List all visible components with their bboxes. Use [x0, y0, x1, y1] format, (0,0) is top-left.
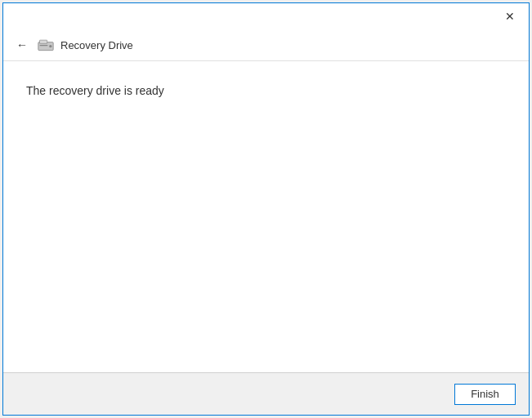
svg-point-2 [49, 45, 51, 47]
ready-message: The recovery drive is ready [26, 84, 506, 97]
drive-icon [38, 38, 54, 51]
svg-rect-3 [40, 45, 48, 46]
finish-button[interactable]: Finish [454, 384, 516, 405]
back-arrow-icon: ← [16, 38, 28, 51]
header: ← Recovery Drive [3, 29, 529, 61]
main-content: The recovery drive is ready [3, 61, 529, 372]
svg-rect-1 [40, 40, 47, 43]
close-button[interactable]: ✕ [491, 3, 529, 29]
footer: Finish [3, 372, 529, 415]
header-title: Recovery Drive [60, 39, 133, 51]
dialog-window: ✕ ← Recovery Drive The recovery drive is… [2, 2, 530, 416]
close-icon: ✕ [505, 10, 515, 23]
title-bar: ✕ [3, 3, 529, 29]
back-button[interactable]: ← [13, 36, 31, 54]
